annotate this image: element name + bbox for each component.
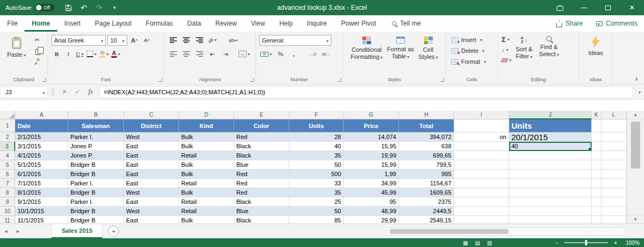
cell-G6[interactable]: 1,99 bbox=[344, 170, 399, 179]
cell-C10[interactable]: West bbox=[124, 207, 179, 216]
tab-file[interactable]: File bbox=[0, 15, 25, 32]
cell-K2[interactable] bbox=[592, 132, 601, 142]
row-header-8[interactable]: 8 bbox=[0, 188, 15, 197]
sort-filter-button[interactable]: AZ ↓ Sort &Filter bbox=[514, 34, 535, 75]
column-header-J[interactable]: J bbox=[509, 111, 592, 119]
row-header-5[interactable]: 5 bbox=[0, 160, 15, 170]
column-header-C[interactable]: C bbox=[124, 111, 179, 119]
font-name-combo[interactable]: Arial Greek bbox=[51, 35, 106, 46]
bottom-align-button[interactable] bbox=[194, 35, 205, 46]
cell-K3[interactable] bbox=[592, 142, 601, 151]
cell-C1[interactable]: District bbox=[124, 119, 179, 132]
cut-button[interactable]: ✂ bbox=[32, 34, 43, 45]
conditional-formatting-button[interactable]: ConditionalFormatting bbox=[349, 34, 384, 75]
cell-H11[interactable]: 2549,15 bbox=[399, 216, 454, 224]
column-header-B[interactable]: B bbox=[68, 111, 124, 119]
vertical-scrollbar[interactable]: ▲ ▼ bbox=[627, 111, 644, 224]
cell-I3[interactable] bbox=[454, 142, 509, 151]
fill-button[interactable]: ↓ bbox=[502, 45, 511, 55]
cell-G1[interactable]: Price bbox=[344, 119, 399, 132]
cell-D1[interactable]: Kind bbox=[179, 119, 234, 132]
cell-L5[interactable] bbox=[601, 160, 627, 170]
cell-H2[interactable]: 394,072 bbox=[399, 132, 454, 142]
cell-A4[interactable]: 4/1/2015 bbox=[15, 151, 68, 160]
page-break-view-button[interactable]: ▥ bbox=[485, 240, 494, 246]
comma-style-button[interactable]: , bbox=[288, 49, 299, 59]
tab-data[interactable]: Data bbox=[180, 15, 208, 32]
cell-J9[interactable] bbox=[509, 197, 592, 207]
cell-D4[interactable]: Retail bbox=[179, 151, 234, 160]
decrease-font-button[interactable]: A˅ bbox=[141, 35, 152, 46]
row-header-6[interactable]: 6 bbox=[0, 170, 15, 179]
font-size-combo[interactable]: 10 bbox=[108, 35, 127, 46]
cell-J11[interactable] bbox=[509, 216, 592, 224]
cell-J4[interactable] bbox=[509, 151, 592, 160]
cell-B3[interactable]: Jones P. bbox=[68, 142, 124, 151]
cell-K7[interactable] bbox=[592, 179, 601, 188]
cell-F5[interactable]: 50 bbox=[289, 160, 344, 170]
cell-F9[interactable]: 25 bbox=[289, 197, 344, 207]
cell-D5[interactable]: Bulk bbox=[179, 160, 234, 170]
format-painter-button[interactable] bbox=[32, 56, 43, 67]
cell-L7[interactable] bbox=[601, 179, 627, 188]
cell-E6[interactable]: Red bbox=[234, 170, 289, 179]
align-right-button[interactable] bbox=[194, 49, 205, 59]
cell-F8[interactable]: 35 bbox=[289, 188, 344, 197]
font-color-button[interactable]: A bbox=[110, 49, 121, 59]
vertical-scrollbar-thumb[interactable] bbox=[631, 122, 640, 168]
cell-B2[interactable]: Parker I. bbox=[68, 132, 124, 142]
cell-A9[interactable]: 9/1/2015 bbox=[15, 197, 68, 207]
cell-G2[interactable]: 14,074 bbox=[344, 132, 399, 142]
tab-formulas[interactable]: Formulas bbox=[139, 15, 180, 32]
cell-styles-button[interactable]: CellStyles bbox=[417, 34, 440, 75]
cell-F3[interactable]: 40 bbox=[289, 142, 344, 151]
accounting-format-button[interactable] bbox=[259, 49, 273, 59]
minimize-button[interactable]: — bbox=[572, 0, 596, 15]
cell-E8[interactable]: Red bbox=[234, 188, 289, 197]
cell-G3[interactable]: 15,95 bbox=[344, 142, 399, 151]
tab-power-pivot[interactable]: Power Pivot bbox=[334, 15, 383, 32]
cell-J3-selected[interactable]: 40 bbox=[509, 142, 592, 151]
cell-L11[interactable] bbox=[601, 216, 627, 224]
cell-C2[interactable]: West bbox=[124, 132, 179, 142]
cell-I10[interactable] bbox=[454, 207, 509, 216]
share-button[interactable]: Share bbox=[550, 15, 589, 32]
cell-G10[interactable]: 48,99 bbox=[344, 207, 399, 216]
column-header-I[interactable]: I bbox=[454, 111, 509, 119]
cell-G8[interactable]: 45,99 bbox=[344, 188, 399, 197]
zoom-in-button[interactable]: + bbox=[612, 239, 619, 246]
row-header-10[interactable]: 10 bbox=[0, 207, 15, 216]
cell-G9[interactable]: 95 bbox=[344, 197, 399, 207]
cell-K5[interactable] bbox=[592, 160, 601, 170]
cell-H5[interactable]: 799,5 bbox=[399, 160, 454, 170]
cell-A5[interactable]: 5/1/2015 bbox=[15, 160, 68, 170]
orientation-button[interactable]: ab bbox=[207, 35, 218, 46]
cell-B6[interactable]: Bridger B bbox=[68, 170, 124, 179]
collapse-ribbon-button[interactable]: ∧ bbox=[635, 76, 639, 82]
cell-E5[interactable]: Blue bbox=[234, 160, 289, 170]
cell-C8[interactable]: West bbox=[124, 188, 179, 197]
cell-A6[interactable]: 6/1/2015 bbox=[15, 170, 68, 179]
cell-I1[interactable] bbox=[454, 119, 509, 132]
cell-F7[interactable]: 33 bbox=[289, 179, 344, 188]
cell-I8[interactable] bbox=[454, 188, 509, 197]
italic-button[interactable]: I bbox=[63, 49, 74, 59]
cell-F10[interactable]: 50 bbox=[289, 207, 344, 216]
page-layout-view-button[interactable]: ▤ bbox=[473, 240, 482, 246]
cell-F11[interactable]: 85 bbox=[289, 216, 344, 224]
fill-color-button[interactable] bbox=[98, 49, 110, 59]
cell-A1[interactable]: Date bbox=[15, 119, 68, 132]
cell-B11[interactable]: Bridger B bbox=[68, 216, 124, 224]
cell-I7[interactable] bbox=[454, 179, 509, 188]
zoom-slider[interactable] bbox=[564, 242, 608, 243]
cell-D8[interactable]: Bulk bbox=[179, 188, 234, 197]
column-header-H[interactable]: H bbox=[399, 111, 454, 119]
cell-K9[interactable] bbox=[592, 197, 601, 207]
new-sheet-button[interactable]: + bbox=[108, 226, 119, 237]
previous-sheet-icon[interactable]: ◄ bbox=[0, 229, 12, 234]
cell-F6[interactable]: 500 bbox=[289, 170, 344, 179]
zoom-out-button[interactable]: − bbox=[553, 239, 560, 246]
cell-B9[interactable]: Parker I. bbox=[68, 197, 124, 207]
autosum-button[interactable]: Σ bbox=[502, 34, 511, 44]
cell-L4[interactable] bbox=[601, 151, 627, 160]
